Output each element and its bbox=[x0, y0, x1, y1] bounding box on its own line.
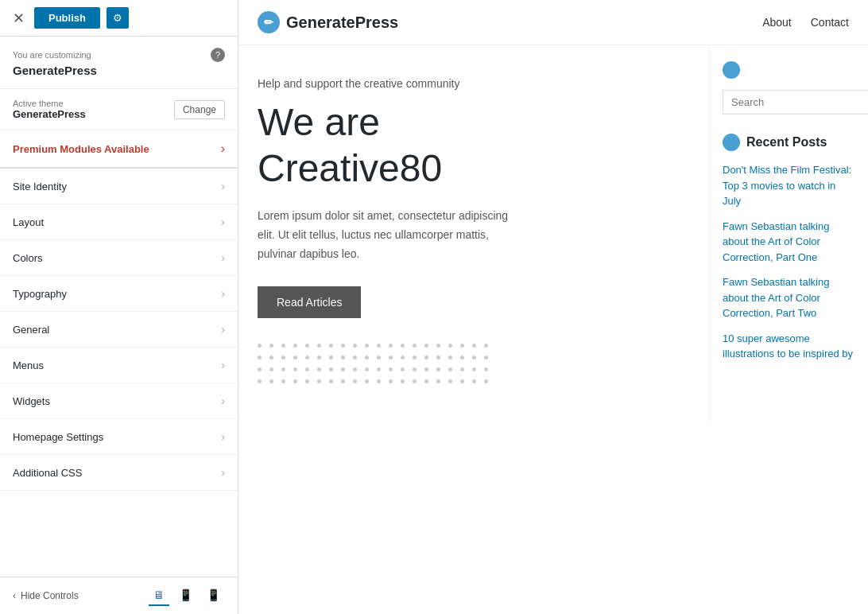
hero-title: We are Creative80 bbox=[258, 99, 690, 191]
dot bbox=[353, 344, 357, 348]
premium-modules-item[interactable]: Premium Modules Available › bbox=[0, 130, 238, 169]
dot bbox=[281, 356, 285, 359]
you-are-customizing-label: You are customizing ? bbox=[13, 48, 225, 62]
chevron-left-icon: ‹ bbox=[13, 590, 16, 601]
menu-item-colors[interactable]: Colors› bbox=[0, 240, 238, 276]
dot bbox=[341, 344, 345, 348]
menu-item-typography[interactable]: Typography› bbox=[0, 276, 238, 312]
dot bbox=[460, 367, 464, 371]
dot bbox=[377, 344, 381, 348]
dot bbox=[436, 379, 440, 383]
mobile-icon[interactable]: 📱 bbox=[202, 585, 225, 606]
desktop-icon[interactable]: 🖥 bbox=[149, 585, 169, 606]
dots-section bbox=[258, 344, 690, 383]
change-theme-button[interactable]: Change bbox=[174, 100, 225, 119]
menu-item-menus[interactable]: Menus› bbox=[0, 348, 238, 383]
dot bbox=[448, 367, 452, 371]
dot bbox=[460, 379, 464, 383]
dot bbox=[436, 344, 440, 348]
dot bbox=[472, 367, 476, 371]
dot bbox=[424, 379, 428, 383]
dot bbox=[448, 356, 452, 359]
menu-item-widgets[interactable]: Widgets› bbox=[0, 383, 238, 419]
menu-item-additional-css[interactable]: Additional CSS› bbox=[0, 455, 238, 491]
dot bbox=[353, 356, 357, 359]
hero-title-line2: Creative80 bbox=[258, 147, 442, 189]
menu-item-layout[interactable]: Layout› bbox=[0, 204, 238, 240]
dot bbox=[389, 367, 393, 371]
dot bbox=[365, 344, 369, 348]
dot bbox=[436, 356, 440, 359]
dot bbox=[293, 367, 297, 371]
active-theme-label: Active theme bbox=[13, 99, 86, 108]
hero-subtitle: Help and support the creative community bbox=[258, 77, 690, 90]
dot bbox=[484, 379, 488, 383]
dot bbox=[389, 379, 393, 383]
preview-content: Help and support the creative community … bbox=[238, 45, 868, 423]
dot bbox=[305, 356, 309, 359]
dot bbox=[305, 344, 309, 348]
dot bbox=[305, 379, 309, 383]
dot bbox=[269, 367, 273, 371]
dot bbox=[460, 344, 464, 348]
read-articles-button[interactable]: Read Articles bbox=[258, 286, 361, 318]
recent-post-2[interactable]: Fawn Sebastian talking about the Art of … bbox=[723, 219, 855, 266]
dot bbox=[341, 367, 345, 371]
dot bbox=[317, 356, 321, 359]
dot bbox=[472, 344, 476, 348]
dot bbox=[281, 344, 285, 348]
search-input[interactable] bbox=[723, 90, 868, 115]
dot bbox=[353, 379, 357, 383]
dot bbox=[281, 367, 285, 371]
dot bbox=[472, 356, 476, 359]
dot bbox=[484, 356, 488, 359]
hide-controls-button[interactable]: ‹ Hide Controls bbox=[13, 590, 79, 601]
dot bbox=[436, 367, 440, 371]
customizer-panel: ✕ Publish ⚙ You are customizing ? Genera… bbox=[0, 0, 238, 614]
menu-item-site-identity[interactable]: Site Identity› bbox=[0, 169, 238, 204]
dot bbox=[269, 356, 273, 359]
dot bbox=[317, 344, 321, 348]
close-button[interactable]: ✕ bbox=[10, 6, 28, 30]
recent-post-4[interactable]: 10 super awesome illustrations to be ins… bbox=[723, 331, 855, 362]
dot bbox=[401, 356, 405, 359]
customizer-info: You are customizing ? GeneratePress bbox=[0, 37, 238, 89]
dot bbox=[258, 379, 262, 383]
dot bbox=[377, 356, 381, 359]
site-nav: About Contact bbox=[762, 16, 849, 29]
dot bbox=[293, 344, 297, 348]
premium-modules-label: Premium Modules Available bbox=[13, 143, 149, 155]
dots-row-2 bbox=[258, 356, 690, 359]
menu-item-homepage-settings[interactable]: Homepage Settings› bbox=[0, 419, 238, 455]
help-icon[interactable]: ? bbox=[211, 48, 225, 62]
dot bbox=[329, 344, 333, 348]
dot bbox=[293, 379, 297, 383]
menu-item-general[interactable]: General› bbox=[0, 312, 238, 348]
dot bbox=[269, 379, 273, 383]
dot bbox=[413, 356, 417, 359]
tablet-icon[interactable]: 📱 bbox=[174, 585, 197, 606]
dot bbox=[413, 344, 417, 348]
premium-chevron-icon: › bbox=[221, 142, 225, 156]
recent-post-3[interactable]: Fawn Sebastian talking about the Art of … bbox=[723, 274, 855, 321]
dot bbox=[448, 379, 452, 383]
dot bbox=[424, 344, 428, 348]
dot bbox=[401, 367, 405, 371]
dot bbox=[401, 344, 405, 348]
gear-button[interactable]: ⚙ bbox=[107, 7, 129, 29]
site-header: ✏ GeneratePress About Contact bbox=[238, 0, 868, 45]
active-theme-row: Active theme GeneratePress Change bbox=[0, 89, 238, 130]
search-widget-header bbox=[723, 61, 855, 79]
dot bbox=[329, 367, 333, 371]
sidebar: Recent Posts Don't Miss the Film Festiva… bbox=[709, 45, 868, 423]
recent-post-1[interactable]: Don't Miss the Film Festival: Top 3 movi… bbox=[723, 162, 855, 209]
site-title: GeneratePress bbox=[286, 14, 398, 32]
nav-contact[interactable]: Contact bbox=[811, 16, 849, 29]
dot bbox=[424, 367, 428, 371]
main-content: Help and support the creative community … bbox=[238, 45, 709, 423]
customizer-menu-list: Site Identity›Layout›Colors›Typography›G… bbox=[0, 169, 238, 577]
customizer-footer: ‹ Hide Controls 🖥 📱 📱 bbox=[0, 577, 238, 614]
publish-button[interactable]: Publish bbox=[34, 7, 100, 29]
hero-title-line1: We are bbox=[258, 101, 380, 143]
nav-about[interactable]: About bbox=[762, 16, 792, 29]
